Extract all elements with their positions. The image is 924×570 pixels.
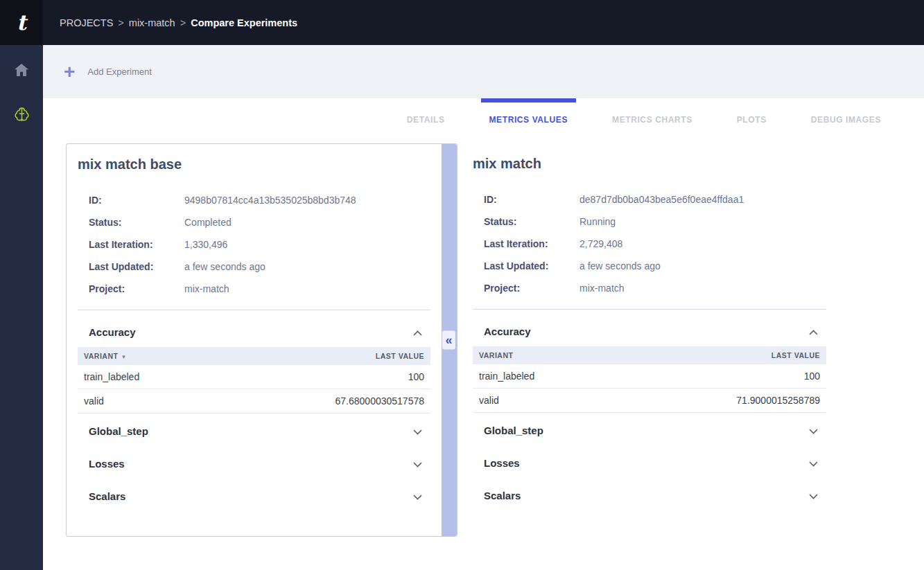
variant-cell: valid bbox=[473, 389, 619, 413]
plus-icon: + bbox=[64, 63, 75, 81]
section-scalars-header[interactable]: Scalars bbox=[473, 478, 826, 510]
chevron-down-icon bbox=[413, 458, 422, 470]
info-row-id: ID: 9498b07814cc4a13b535025b8bd3b748 bbox=[89, 195, 430, 206]
info-row-last-iteration: Last Iteration: 1,330,496 bbox=[89, 239, 430, 250]
chevron-down-icon bbox=[413, 426, 422, 437]
experiment-info: ID: 9498b07814cc4a13b535025b8bd3b748 Sta… bbox=[78, 195, 430, 294]
section-title: Accuracy bbox=[484, 326, 531, 337]
info-label: Status: bbox=[484, 216, 579, 227]
info-row-last-updated: Last Updated: a few seconds ago bbox=[484, 260, 826, 271]
breadcrumb-separator: > bbox=[180, 17, 186, 28]
info-label: Project: bbox=[484, 283, 579, 294]
last-value-column-header: LAST VALUE bbox=[619, 346, 826, 364]
section-title: Scalars bbox=[89, 490, 125, 502]
sort-caret-icon: ▼ bbox=[121, 354, 126, 360]
trains-logo[interactable]: t bbox=[0, 0, 43, 45]
experiments-toolbar: + Add Experiment bbox=[43, 45, 924, 98]
variant-cell: valid bbox=[78, 389, 219, 413]
breadcrumb-projects[interactable]: PROJECTS bbox=[60, 17, 113, 28]
value-cell: 100 bbox=[619, 364, 826, 389]
info-label: Project: bbox=[89, 283, 184, 294]
experiment-last-iteration: 1,330,496 bbox=[184, 239, 227, 250]
experiment-last-updated: a few seconds ago bbox=[579, 260, 661, 271]
value-cell: 100 bbox=[219, 365, 430, 389]
variant-cell: train_labeled bbox=[473, 364, 619, 389]
section-global-step: Global_step bbox=[473, 413, 826, 445]
variant-column-header[interactable]: VARIANT▼ bbox=[78, 347, 219, 365]
section-global-step-header[interactable]: Global_step bbox=[78, 413, 430, 446]
info-row-project: Project: mix-match bbox=[89, 283, 430, 294]
section-global-step: Global_step bbox=[78, 413, 430, 446]
brain-icon bbox=[13, 107, 30, 125]
section-accuracy-header[interactable]: Accuracy bbox=[78, 314, 430, 347]
chevron-down-icon bbox=[809, 425, 818, 436]
tab-debug-images[interactable]: DEBUG IMAGES bbox=[803, 98, 889, 134]
chevron-down-icon bbox=[809, 458, 818, 469]
info-row-project: Project: mix-match bbox=[484, 283, 826, 294]
experiment-info: ID: de87d7db0ba043bea5e6f0eae4ffdaa1 Sta… bbox=[473, 194, 826, 294]
section-accuracy: Accuracy VARIANT LAST VALUE train bbox=[473, 314, 826, 413]
divider bbox=[78, 310, 430, 310]
chevron-up-icon bbox=[809, 326, 818, 337]
chevron-up-icon bbox=[413, 327, 422, 338]
section-losses: Losses bbox=[473, 445, 826, 478]
card-resize-strip[interactable]: « bbox=[442, 144, 457, 536]
divider bbox=[473, 309, 826, 310]
section-title: Global_step bbox=[89, 425, 148, 437]
chevron-down-icon bbox=[809, 490, 818, 501]
sidebar-item-home[interactable] bbox=[6, 56, 37, 87]
info-row-status: Status: Completed bbox=[89, 217, 430, 228]
variant-cell: train_labeled bbox=[78, 365, 219, 389]
info-label: ID: bbox=[89, 195, 184, 206]
table-header-row: VARIANT▼ LAST VALUE bbox=[78, 347, 430, 365]
section-losses-header[interactable]: Losses bbox=[473, 445, 826, 478]
experiment-card-base: mix match base ID: 9498b07814cc4a13b5350… bbox=[66, 143, 457, 537]
section-accuracy: Accuracy VARIANT▼ LAST VALUE bbox=[78, 314, 430, 413]
table-row: valid 67.68000030517578 bbox=[78, 389, 430, 413]
experiment-status: Running bbox=[579, 216, 616, 227]
last-value-column-header: LAST VALUE bbox=[219, 347, 430, 365]
breadcrumb-separator: > bbox=[118, 17, 123, 28]
experiment-id: 9498b07814cc4a13b535025b8bd3b748 bbox=[184, 195, 356, 206]
info-label: Last Iteration: bbox=[484, 238, 579, 249]
section-losses: Losses bbox=[78, 446, 430, 479]
tab-details[interactable]: DETAILS bbox=[399, 98, 453, 134]
experiment-id: de87d7db0ba043bea5e6f0eae4ffdaa1 bbox=[579, 194, 744, 205]
info-label: ID: bbox=[484, 194, 579, 205]
experiment-title: mix match bbox=[473, 156, 826, 172]
tab-metrics-charts[interactable]: METRICS CHARTS bbox=[604, 98, 701, 134]
experiment-last-iteration: 2,729,408 bbox=[579, 238, 622, 249]
breadcrumb-project-mix-match[interactable]: mix-match bbox=[129, 17, 175, 28]
experiment-cards: mix match base ID: 9498b07814cc4a13b5350… bbox=[43, 134, 924, 537]
accuracy-table: VARIANT▼ LAST VALUE train_labeled 100 va… bbox=[78, 347, 430, 413]
experiment-last-updated: a few seconds ago bbox=[184, 261, 265, 272]
section-title: Losses bbox=[484, 457, 520, 469]
info-label: Last Updated: bbox=[484, 260, 579, 271]
section-title: Scalars bbox=[484, 490, 521, 501]
section-scalars-header[interactable]: Scalars bbox=[78, 479, 430, 511]
section-title: Losses bbox=[89, 458, 125, 470]
section-accuracy-header[interactable]: Accuracy bbox=[473, 314, 826, 346]
tab-metrics-values[interactable]: METRICS VALUES bbox=[481, 98, 577, 134]
top-bar: t PROJECTS > mix-match > Compare Experim… bbox=[0, 0, 924, 45]
section-global-step-header[interactable]: Global_step bbox=[473, 413, 826, 445]
info-row-status: Status: Running bbox=[484, 216, 826, 227]
sidebar-item-profile[interactable] bbox=[6, 100, 37, 131]
add-experiment-button[interactable]: Add Experiment bbox=[87, 66, 152, 77]
table-header-row: VARIANT LAST VALUE bbox=[473, 346, 826, 364]
table-row: train_labeled 100 bbox=[78, 365, 430, 389]
info-row-id: ID: de87d7db0ba043bea5e6f0eae4ffdaa1 bbox=[484, 194, 826, 205]
left-sidebar bbox=[0, 45, 43, 570]
variant-column-header[interactable]: VARIANT bbox=[473, 346, 619, 364]
section-scalars: Scalars bbox=[473, 478, 826, 510]
tab-plots[interactable]: PLOTS bbox=[729, 98, 775, 134]
experiment-status: Completed bbox=[184, 217, 232, 228]
table-row: valid 71.9000015258789 bbox=[473, 389, 826, 413]
info-row-last-updated: Last Updated: a few seconds ago bbox=[89, 261, 430, 272]
section-losses-header[interactable]: Losses bbox=[78, 446, 430, 479]
collapse-card-button[interactable]: « bbox=[442, 331, 455, 350]
section-scalars: Scalars bbox=[78, 479, 430, 511]
breadcrumb-current-page: Compare Experiments bbox=[191, 17, 297, 28]
experiment-project: mix-match bbox=[184, 283, 229, 294]
value-cell: 71.9000015258789 bbox=[619, 389, 826, 413]
